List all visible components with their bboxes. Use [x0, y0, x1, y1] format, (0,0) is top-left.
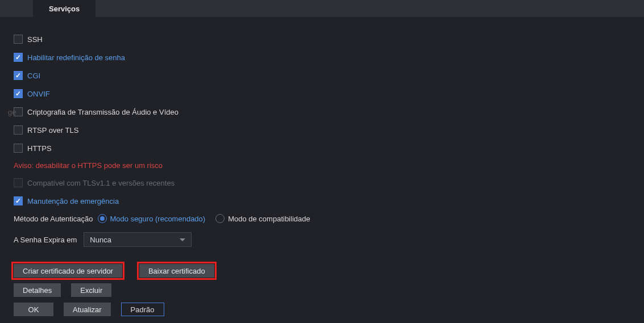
cutoff-text: ge [8, 108, 16, 116]
onvif-label: ONVIF [27, 90, 50, 98]
content: SSH Habilitar redefinição de senha CGI O… [0, 17, 644, 316]
tls-compat-label: Compatível com TLSv1.1 e versões recente… [27, 179, 174, 187]
password-reset-label: Habilitar redefinição de senha [27, 53, 125, 62]
tab-label: Serviços [49, 5, 80, 13]
rtsp-tls-checkbox[interactable] [14, 125, 23, 135]
password-expire-label: A Senha Expira em [14, 236, 77, 244]
radio-secure-label: Modo seguro (recomendado) [110, 215, 206, 223]
tls-compat-row: Compatível com TLSv1.1 e versões recente… [14, 178, 644, 188]
password-reset-checkbox[interactable] [14, 53, 23, 62]
cgi-row: CGI [14, 70, 644, 81]
onvif-checkbox[interactable] [14, 89, 23, 98]
refresh-button[interactable]: Atualizar [64, 303, 111, 316]
cert-button-row: Criar certificado de servidor Baixar cer… [14, 264, 644, 278]
radio-compat-mode[interactable] [215, 214, 225, 223]
https-warning: Aviso: desabilitar o HTTPS pode ser um r… [14, 161, 644, 170]
https-label: HTTPS [27, 144, 52, 153]
auth-method-row: Método de Autenticação Modo seguro (reco… [14, 214, 644, 223]
radio-compat-label: Modo de compatibilidade [228, 215, 310, 223]
https-row: HTTPS [14, 143, 644, 153]
topbar: Serviços [0, 0, 644, 17]
delete-button[interactable]: Excluir [71, 283, 111, 297]
ok-button[interactable]: OK [14, 303, 53, 316]
rtsp-tls-row: RTSP over TLS [14, 125, 644, 135]
cgi-label: CGI [27, 72, 40, 80]
password-expire-row: A Senha Expira em Nunca [14, 232, 644, 247]
onvif-row: ONVIF [14, 89, 644, 99]
password-expire-select[interactable]: Nunca [84, 232, 192, 247]
emergency-label: Manutenção de emergência [27, 197, 119, 205]
radio-secure-mode[interactable] [98, 214, 107, 223]
https-checkbox[interactable] [14, 144, 23, 153]
detail-button-row: Detalhes Excluir [14, 283, 644, 297]
crypto-row: ge Criptografia de Transmissão de Áudio … [14, 107, 644, 117]
ssh-row: SSH [14, 34, 644, 44]
ssh-checkbox[interactable] [14, 35, 23, 44]
crypto-label: Criptografia de Transmissão de Áudio e V… [27, 108, 178, 116]
password-expire-value: Nunca [90, 236, 111, 244]
chevron-down-icon [180, 238, 185, 241]
create-server-cert-button[interactable]: Criar certificado de servidor [14, 264, 122, 278]
password-reset-row: Habilitar redefinição de senha [14, 52, 644, 62]
emergency-row: Manutenção de emergência [14, 196, 644, 206]
emergency-checkbox[interactable] [14, 196, 23, 205]
ssh-label: SSH [27, 35, 43, 44]
tls-compat-checkbox [14, 178, 23, 187]
default-button[interactable]: Padrão [121, 303, 164, 316]
details-button[interactable]: Detalhes [14, 283, 61, 297]
download-cert-button[interactable]: Baixar certificado [139, 264, 214, 278]
cgi-checkbox[interactable] [14, 71, 23, 80]
auth-method-label: Método de Autenticação [14, 215, 93, 223]
rtsp-tls-label: RTSP over TLS [27, 126, 78, 135]
action-button-row: OK Atualizar Padrão [14, 303, 644, 316]
tab-services[interactable]: Serviços [33, 0, 95, 17]
